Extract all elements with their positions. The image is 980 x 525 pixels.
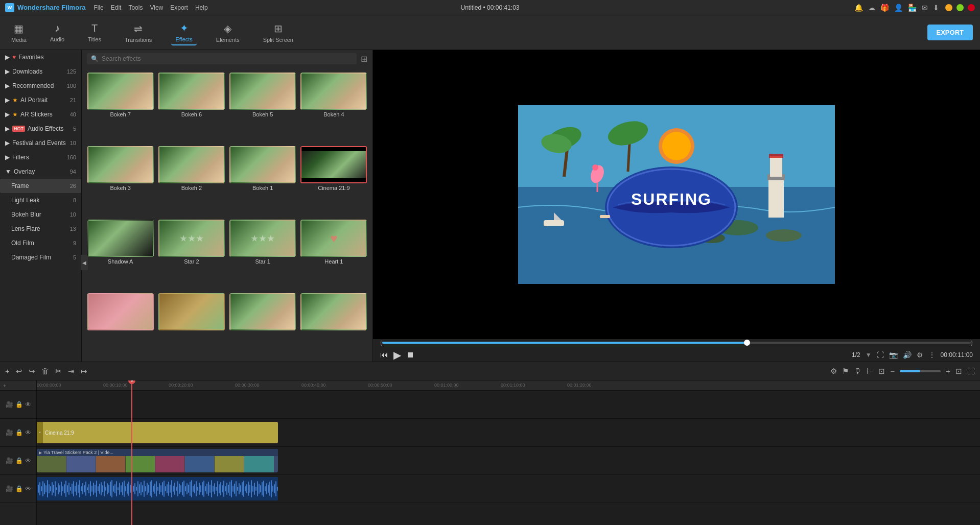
sidebar-item-light-leak[interactable]: Light Leak 8 [0, 193, 81, 207]
effect-star1[interactable]: Star 1 [229, 220, 296, 289]
menu-edit[interactable]: Edit [111, 4, 122, 11]
effect-bokeh7[interactable]: Bokeh 7 [87, 73, 154, 142]
stop-button[interactable]: ⏹ [406, 350, 414, 360]
sidebar-collapse-button[interactable]: ◀ [81, 255, 88, 270]
effect-row4c[interactable] [229, 293, 296, 356]
voiceover-button[interactable]: 🎙 [854, 367, 861, 375]
playhead[interactable]: ✕ [131, 380, 132, 525]
clip-stickers-thumbnails [37, 456, 278, 472]
audio-preview-button[interactable]: 🔊 [903, 351, 912, 359]
effect-bokeh2[interactable]: Bokeh 2 [158, 146, 225, 216]
undo-button[interactable]: ↩ [16, 367, 22, 376]
grid-toggle-icon[interactable]: ⊞ [361, 54, 367, 64]
track4-lock-icon[interactable]: 🔒 [15, 485, 23, 492]
sidebar-item-festival-events[interactable]: ▶ Festival and Events 10 [0, 136, 81, 150]
menu-view[interactable]: View [150, 4, 163, 11]
track2-eye-icon[interactable]: 👁 [25, 429, 31, 436]
sidebar-item-damaged-film[interactable]: Damaged Film 5 [0, 250, 81, 265]
tool-transitions[interactable]: ⇌ Transitions [121, 20, 156, 45]
effect-heart1[interactable]: Heart 1 [300, 220, 367, 289]
notification-icon[interactable]: 🔔 [854, 4, 863, 12]
download-icon[interactable]: ⬇ [933, 4, 939, 12]
maximize-button[interactable]: □ [956, 4, 964, 11]
gift-icon[interactable]: 🎁 [880, 4, 889, 12]
add-track-button[interactable]: + [5, 367, 10, 375]
effect-cinema219[interactable]: Cinema 21:9 [300, 146, 367, 216]
track2-lock-icon[interactable]: 🔒 [15, 429, 23, 436]
settings-preview-button[interactable]: ⚙ [917, 351, 923, 359]
clip-audio[interactable] [37, 477, 278, 500]
split-button[interactable]: ⊢ [867, 367, 873, 376]
marker-button[interactable]: ⚑ [842, 367, 849, 376]
track1-lock-icon[interactable]: 🔒 [15, 401, 23, 408]
minimize-button[interactable]: − [945, 4, 952, 11]
sidebar-item-audio-effects[interactable]: ▶ HOT Audio Effects 5 [0, 122, 81, 136]
tool-media[interactable]: ▦ Media [7, 20, 31, 45]
effect-row4b[interactable] [158, 293, 225, 356]
effect-shadow-a[interactable]: Shadow A [87, 220, 154, 289]
svg-rect-179 [271, 480, 272, 497]
add-media-button[interactable]: + [0, 380, 36, 391]
menu-tools[interactable]: Tools [128, 4, 143, 11]
crop-button[interactable]: ⊡ [878, 367, 885, 376]
sidebar-item-ai-portrait[interactable]: ▶ ★ AI Portrait 21 [0, 93, 81, 107]
menu-file[interactable]: File [94, 4, 103, 11]
sidebar-item-overlay[interactable]: ▼ Overlay 94 [0, 164, 81, 179]
sidebar-item-filters[interactable]: ▶ Filters 160 [0, 150, 81, 164]
fit-button[interactable]: ⊡ [955, 367, 962, 376]
sidebar-item-ar-stickers[interactable]: ▶ ★ AR Stickers 40 [0, 107, 81, 122]
snap-button[interactable]: ⚙ [830, 367, 837, 376]
track3-eye-icon[interactable]: 👁 [25, 457, 31, 464]
redo-button[interactable]: ↪ [29, 367, 35, 376]
play-pause-button[interactable]: ▶ [393, 349, 401, 361]
sidebar-item-downloads[interactable]: ▶ Downloads 125 [0, 64, 81, 79]
cut-button[interactable]: ✂ [55, 367, 62, 376]
fraction-dropdown-icon[interactable]: ▼ [866, 351, 872, 359]
mail-icon[interactable]: ✉ [922, 4, 928, 12]
ripple-button[interactable]: ⇥ [68, 367, 75, 376]
sidebar-item-frame[interactable]: Frame 26 [0, 179, 81, 193]
tool-effects[interactable]: ✦ Effects [171, 20, 196, 45]
clip-stickers[interactable]: ▶ Yia Travel Stickers Pack 2 | Vide... [37, 449, 278, 472]
effect-bokeh1[interactable]: Bokeh 1 [229, 146, 296, 216]
fullscreen-button[interactable]: ⛶ [877, 351, 884, 359]
zoom-out-button[interactable]: − [890, 367, 895, 375]
menu-export[interactable]: Export [170, 4, 188, 11]
camera-button[interactable]: 📷 [889, 351, 898, 359]
sidebar-item-old-film[interactable]: Old Film 9 [0, 236, 81, 250]
effect-bokeh5[interactable]: Bokeh 5 [229, 73, 296, 142]
more-preview-button[interactable]: ⋮ [928, 351, 936, 359]
tool-elements[interactable]: ◈ Elements [212, 20, 244, 45]
timeline-zoom-slider[interactable] [900, 370, 941, 372]
forward-button[interactable]: ↦ [81, 367, 87, 376]
zoom-in-button[interactable]: + [946, 367, 950, 375]
track4-eye-icon[interactable]: 👁 [25, 485, 31, 492]
tool-audio[interactable]: ♪ Audio [46, 20, 68, 44]
tool-split-screen[interactable]: ⊞ Split Screen [259, 20, 297, 45]
clip-cinema219[interactable]: * Cinema 21:9 [37, 422, 278, 443]
user-icon[interactable]: 👤 [894, 4, 903, 12]
delete-button[interactable]: 🗑 [41, 367, 49, 375]
track3-lock-icon[interactable]: 🔒 [15, 457, 23, 464]
sidebar-item-bokeh-blur[interactable]: Bokeh Blur 10 [0, 207, 81, 222]
cloud-icon[interactable]: ☁ [868, 4, 875, 12]
effects-search-input[interactable] [102, 55, 353, 62]
effect-bokeh4[interactable]: Bokeh 4 [300, 73, 367, 142]
sidebar-item-favorites[interactable]: ▶ ♥ Favorites [0, 50, 81, 64]
close-button[interactable]: × [968, 4, 975, 11]
effect-row4d[interactable] [300, 293, 367, 356]
skip-back-button[interactable]: ⏮ [380, 350, 388, 360]
tool-titles[interactable]: T Titles [84, 20, 105, 44]
effect-bokeh6[interactable]: Bokeh 6 [158, 73, 225, 142]
fullscreen-timeline-button[interactable]: ⛶ [967, 367, 975, 375]
menu-help[interactable]: Help [195, 4, 208, 11]
track1-eye-icon[interactable]: 👁 [25, 401, 31, 408]
export-button[interactable]: EXPORT [927, 25, 973, 40]
sidebar-item-lens-flare[interactable]: Lens Flare 13 [0, 222, 81, 236]
effect-bokeh3[interactable]: Bokeh 3 [87, 146, 154, 216]
sidebar-item-recommended[interactable]: ▶ Recommended 100 [0, 79, 81, 93]
progress-bar[interactable] [382, 342, 971, 344]
store-icon[interactable]: 🏪 [908, 4, 917, 12]
effect-star2[interactable]: Star 2 [158, 220, 225, 289]
effect-row4a[interactable] [87, 293, 154, 356]
